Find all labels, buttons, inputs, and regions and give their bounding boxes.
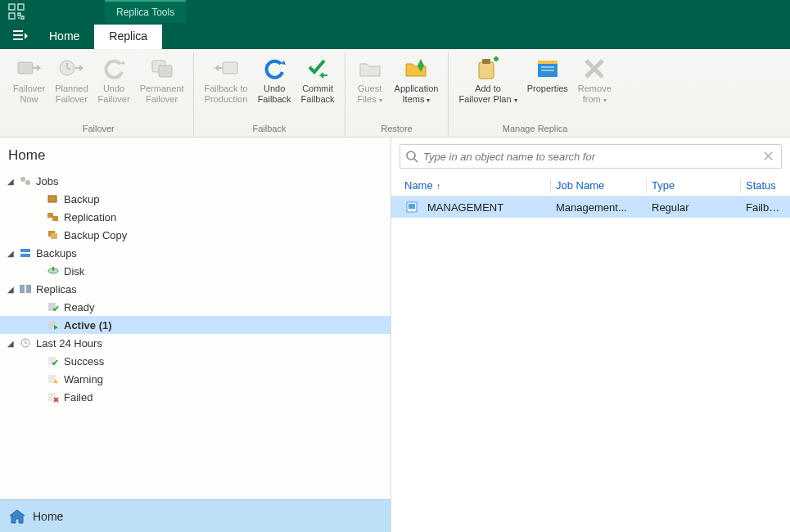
tree-node-ready[interactable]: Ready: [0, 298, 390, 316]
guest-files-icon: [356, 54, 384, 82]
tree-node-active[interactable]: Active (1): [0, 316, 390, 334]
grid-row[interactable]: MANAGEMENT Management... Regular Failbac…: [391, 196, 790, 218]
success-icon: [46, 354, 61, 367]
ribbon-group-manage-replica-label: Manage Replica: [503, 122, 568, 137]
ribbon: Failover Now Planned Failover Undo Failo…: [0, 49, 790, 138]
tree-node-success[interactable]: Success: [0, 352, 390, 370]
failback-to-production-label: Failback to Production: [204, 83, 247, 105]
tab-replica[interactable]: Replica: [94, 25, 162, 49]
remove-from-button[interactable]: Remove from ▾: [573, 52, 616, 122]
guest-files-button[interactable]: Guest Files ▾: [350, 52, 390, 122]
ribbon-group-failback: Failback to Production Undo Failback Com…: [194, 52, 345, 137]
cell-type: Regular: [647, 201, 740, 214]
grid-header: Name↑ Job Name Type Status: [391, 175, 790, 196]
navigation-pane: Home ◢Jobs Backup Replication Backup Cop…: [0, 138, 391, 532]
cell-job-name: Management...: [551, 201, 646, 214]
ribbon-group-manage-replica: Add to Failover Plan ▾ Properties Remove…: [449, 52, 621, 137]
cell-name: MANAGEMENT: [427, 201, 503, 214]
svg-rect-19: [52, 216, 58, 221]
commit-failback-button[interactable]: Commit Failback: [296, 52, 340, 122]
svg-rect-17: [48, 196, 56, 202]
properties-button[interactable]: Properties: [522, 52, 573, 122]
tree-node-replicas[interactable]: ◢Replicas: [0, 280, 390, 298]
vm-icon: [404, 201, 419, 213]
properties-icon: [534, 54, 562, 82]
ribbon-group-failover-label: Failover: [83, 122, 115, 137]
tree-node-failed[interactable]: Failed: [0, 388, 390, 406]
failover-now-button[interactable]: Failover Now: [8, 52, 50, 122]
svg-rect-0: [9, 4, 15, 10]
ribbon-group-failover: Failover Now Planned Failover Undo Failo…: [3, 52, 194, 137]
guest-files-label: Guest Files ▾: [357, 83, 381, 105]
tab-home[interactable]: Home: [34, 25, 94, 49]
tree-node-warning[interactable]: Warning: [0, 370, 390, 388]
ribbon-group-restore-label: Restore: [381, 122, 413, 137]
planned-failover-button[interactable]: Planned Failover: [50, 52, 93, 122]
application-items-button[interactable]: Application Items ▾: [390, 52, 444, 122]
search-input[interactable]: [423, 151, 761, 163]
contextual-tab-label: Replica Tools: [105, 0, 186, 23]
search-icon: [405, 150, 418, 163]
tree-node-backups[interactable]: ◢Backups: [0, 244, 390, 262]
col-header-job-name[interactable]: Job Name: [551, 179, 646, 192]
application-items-label: Application Items ▾: [395, 83, 439, 105]
svg-rect-22: [20, 249, 30, 252]
content-pane: ✕ Name↑ Job Name Type Status MANAGEMENT …: [391, 138, 790, 532]
undo-failback-button[interactable]: Undo Failback: [253, 52, 296, 122]
col-header-name[interactable]: Name↑: [400, 179, 550, 192]
backup-icon: [46, 192, 61, 205]
planned-failover-icon: [57, 54, 85, 82]
search-box[interactable]: ✕: [400, 144, 782, 169]
svg-rect-6: [18, 62, 33, 74]
backups-icon: [18, 246, 33, 259]
col-header-type[interactable]: Type: [647, 179, 740, 192]
disk-icon: [46, 264, 61, 277]
active-icon: [46, 318, 61, 331]
svg-rect-1: [18, 4, 24, 10]
svg-rect-26: [26, 285, 31, 293]
svg-point-15: [20, 177, 25, 182]
svg-rect-2: [9, 13, 15, 19]
last24-icon: [18, 336, 33, 349]
svg-rect-10: [223, 62, 237, 74]
jobs-icon: [18, 174, 33, 187]
failback-to-production-icon: [212, 54, 240, 82]
tree-node-backup-copy[interactable]: Backup Copy: [0, 226, 390, 244]
tree: ◢Jobs Backup Replication Backup Copy ◢Ba…: [0, 172, 390, 499]
tree-node-jobs[interactable]: ◢Jobs: [0, 172, 390, 190]
remove-from-label: Remove from ▾: [578, 83, 612, 105]
tree-node-disk[interactable]: Disk: [0, 262, 390, 280]
sort-ascending-icon: ↑: [436, 181, 441, 191]
svg-rect-32: [48, 393, 56, 401]
backup-copy-icon: [46, 228, 61, 241]
tree-node-replication[interactable]: Replication: [0, 208, 390, 226]
planned-failover-label: Planned Failover: [55, 83, 88, 105]
undo-failback-icon: [260, 54, 288, 82]
svg-rect-5: [13, 38, 23, 40]
permanent-failover-button[interactable]: Permanent Failover: [135, 52, 189, 122]
svg-rect-4: [13, 34, 23, 36]
svg-rect-25: [20, 285, 25, 293]
clear-search-icon[interactable]: ✕: [761, 147, 776, 165]
undo-failover-icon: [100, 54, 128, 82]
app-menu-button[interactable]: [7, 23, 34, 49]
undo-failover-button[interactable]: Undo Failover: [93, 52, 135, 122]
permanent-failover-icon: [148, 54, 176, 82]
svg-rect-11: [479, 62, 494, 79]
title-bar: Replica Tools: [0, 0, 790, 23]
tree-node-backup[interactable]: Backup: [0, 190, 390, 208]
cell-status: Failback: [741, 201, 790, 214]
home-icon: [8, 508, 26, 525]
failback-to-production-button[interactable]: Failback to Production: [199, 52, 252, 122]
nav-footer-home[interactable]: Home: [0, 499, 390, 532]
tree-node-last-24-hours[interactable]: ◢Last 24 Hours: [0, 334, 390, 352]
failover-now-label: Failover Now: [13, 83, 45, 105]
add-to-failover-plan-button[interactable]: Add to Failover Plan ▾: [454, 52, 521, 122]
svg-point-33: [407, 151, 415, 160]
remove-from-icon: [580, 54, 608, 82]
svg-rect-14: [538, 61, 558, 64]
pane-title: Home: [0, 138, 390, 172]
ready-icon: [46, 300, 61, 313]
svg-rect-35: [409, 204, 415, 209]
col-header-status[interactable]: Status: [741, 179, 790, 192]
